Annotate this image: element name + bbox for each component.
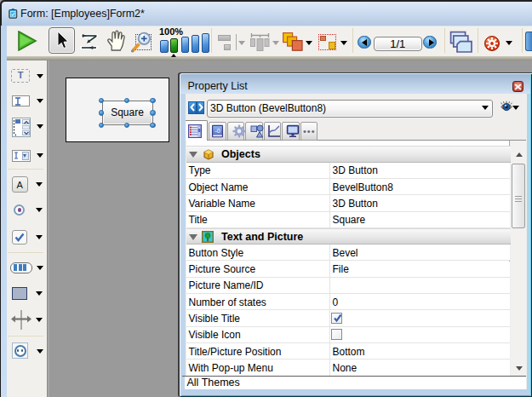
svg-text:-0: -0 bbox=[215, 128, 220, 134]
